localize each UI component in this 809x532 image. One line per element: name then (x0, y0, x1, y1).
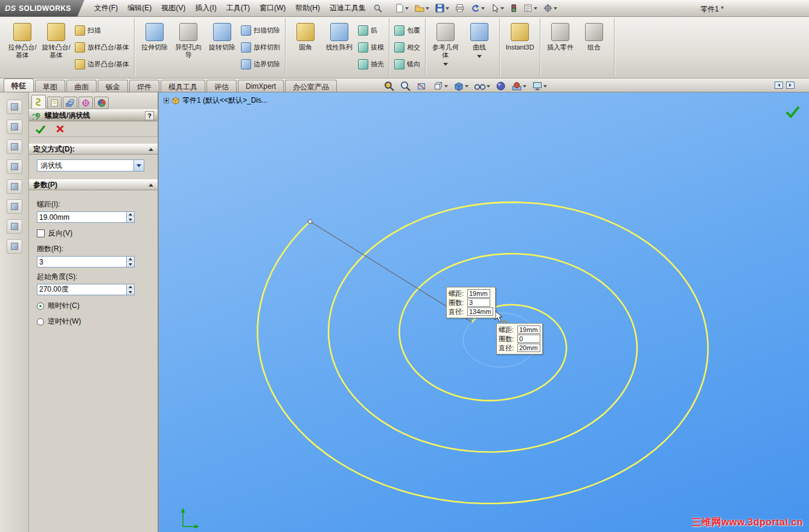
graphics-area[interactable]: 零件1 (默认<<默认>_Dis... 螺距:19mm 圈数:3 直径:134m… (159, 92, 809, 532)
tab-evaluate[interactable]: 评估 (206, 80, 237, 92)
undo-caret-icon[interactable] (481, 7, 485, 10)
menu-insert[interactable]: 插入(I) (190, 0, 221, 17)
configurationmanager-tab-icon[interactable] (63, 97, 77, 109)
options-caret-icon[interactable] (554, 7, 557, 10)
combine-button[interactable]: 组合 (577, 20, 611, 75)
side-toolbar-button-1[interactable] (7, 100, 22, 114)
menu-help[interactable]: 帮助(H) (290, 0, 325, 17)
menu-file[interactable]: 文件(F) (89, 0, 123, 17)
pane-forward-icon[interactable] (786, 82, 795, 89)
pane-back-icon[interactable] (775, 82, 783, 89)
extrude-boss-button[interactable]: 拉伸凸台/基体 (5, 20, 39, 75)
open-button[interactable] (414, 2, 430, 14)
menu-edit[interactable]: 编辑(E) (123, 0, 156, 17)
lofted-cut-button[interactable]: 放样切割 (239, 40, 282, 55)
tab-dimxpert[interactable]: DimXpert (238, 80, 284, 92)
select-caret-icon[interactable] (500, 7, 504, 10)
print-button[interactable] (454, 2, 465, 14)
defined-by-section-header[interactable]: 定义方式(D): (29, 144, 158, 155)
shell-button[interactable]: 抽壳 (356, 57, 386, 72)
select-button[interactable] (490, 2, 505, 14)
insert-part-button[interactable]: 插入零件 (543, 20, 577, 75)
clockwise-radio[interactable] (37, 303, 44, 310)
hole-wizard-button[interactable]: 异型孔向导 (171, 20, 205, 75)
side-toolbar-button-3[interactable] (7, 139, 22, 154)
lofted-boss-button[interactable]: 放样凸台/基体 (73, 40, 131, 55)
zoom-to-area-icon[interactable] (400, 80, 412, 92)
revolutions-input[interactable] (37, 257, 126, 267)
boundary-boss-button[interactable]: 边界凸台/基体 (73, 57, 131, 72)
file-properties-caret-icon[interactable] (534, 7, 537, 10)
options-button[interactable] (542, 2, 558, 14)
callout2-pitch-value[interactable]: 19mm (517, 325, 540, 334)
wrap-button[interactable]: 包覆 (392, 24, 422, 38)
side-toolbar-button-7[interactable] (7, 219, 22, 234)
open-caret-icon[interactable] (426, 7, 429, 10)
start-angle-input[interactable] (37, 284, 126, 295)
apply-scene-caret-icon[interactable] (523, 85, 526, 88)
hide-show-items-caret-icon[interactable] (487, 85, 490, 88)
rebuild-button[interactable] (509, 2, 519, 14)
counterclockwise-radio[interactable] (37, 318, 44, 325)
draft-button[interactable]: 拔模 (356, 40, 386, 55)
tree-expand-icon[interactable] (164, 98, 169, 103)
start-angle-spinner[interactable] (126, 284, 134, 295)
side-toolbar-button-4[interactable] (7, 159, 22, 174)
propertymanager-tab-icon[interactable] (47, 97, 62, 109)
tab-surfaces[interactable]: 曲面 (66, 80, 97, 92)
fillet-button[interactable]: 圆角 (289, 20, 322, 75)
section-view-icon[interactable] (416, 80, 428, 92)
ok-button[interactable] (35, 124, 46, 134)
view-orientation-caret-icon[interactable] (444, 85, 448, 88)
callout2-revolutions-value[interactable]: 0 (517, 335, 540, 343)
pitch-spinner[interactable] (126, 212, 134, 222)
reference-geometry-button[interactable]: 参考几何体 (429, 20, 462, 75)
reference-geometry-caret-icon[interactable] (443, 63, 448, 66)
new-document-button[interactable] (394, 2, 410, 14)
display-style-icon[interactable] (453, 80, 469, 92)
side-toolbar-button-2[interactable] (7, 120, 22, 134)
extrude-cut-button[interactable]: 拉伸切除 (138, 20, 171, 75)
tab-office-products[interactable]: 办公室产品 (285, 80, 337, 92)
tree-root-label[interactable]: 零件1 (默认<<默认>_Dis... (182, 95, 267, 106)
dropdown-arrow-icon[interactable] (133, 160, 144, 171)
edit-appearance-icon[interactable] (495, 80, 507, 92)
tab-mold-tools[interactable]: 模具工具 (161, 80, 205, 92)
swept-cut-button[interactable]: 扫描切除 (239, 24, 282, 38)
cancel-button[interactable] (56, 124, 65, 133)
menu-window[interactable]: 窗口(W) (255, 0, 290, 17)
reverse-direction-checkbox[interactable] (37, 229, 45, 237)
callout2-diameter-value[interactable]: 20mm (517, 344, 540, 352)
revolve-cut-button[interactable]: 旋转切除 (205, 20, 239, 75)
swept-boss-button[interactable]: 扫描 (73, 24, 131, 38)
spiral-endpoint-marker[interactable] (308, 219, 312, 223)
spiral-curve[interactable] (258, 202, 708, 504)
displaymanager-tab-icon[interactable] (94, 97, 109, 109)
zoom-to-fit-icon[interactable] (383, 80, 395, 92)
intersect-button[interactable]: 相交 (392, 40, 422, 55)
menu-view[interactable]: 视图(V) (156, 0, 190, 17)
new-document-caret-icon[interactable] (405, 7, 409, 10)
tab-sketch[interactable]: 草图 (35, 80, 65, 92)
view-settings-icon[interactable] (531, 80, 548, 92)
hide-show-items-icon[interactable] (473, 80, 491, 92)
side-toolbar-button-6[interactable] (7, 199, 22, 214)
side-toolbar-button-5[interactable] (7, 179, 22, 194)
callout1-revolutions-value[interactable]: 3 (467, 298, 490, 307)
save-caret-icon[interactable] (446, 7, 449, 10)
mirror-button[interactable]: 镜向 (392, 57, 422, 72)
tab-features[interactable]: 特征 (4, 79, 34, 92)
revolve-boss-button[interactable]: 旋转凸台/基体 (39, 20, 73, 75)
linear-pattern-button[interactable]: 线性阵列 (322, 20, 356, 75)
boundary-cut-button[interactable]: 边界切除 (239, 57, 282, 72)
side-toolbar-button-8[interactable] (7, 239, 22, 254)
callout1-diameter-value[interactable]: 134mm (467, 307, 493, 316)
curves-button[interactable]: 曲线 (462, 20, 496, 75)
undo-button[interactable] (469, 2, 486, 14)
confirmation-corner-ok-icon[interactable] (785, 104, 801, 119)
tab-sheet-metal[interactable]: 钣金 (98, 80, 128, 92)
defined-by-dropdown[interactable]: 涡状线 (37, 159, 144, 171)
apply-scene-icon[interactable] (511, 80, 527, 92)
dimxpertmanager-tab-icon[interactable] (78, 97, 93, 109)
tab-weldments[interactable]: 焊件 (129, 80, 159, 92)
